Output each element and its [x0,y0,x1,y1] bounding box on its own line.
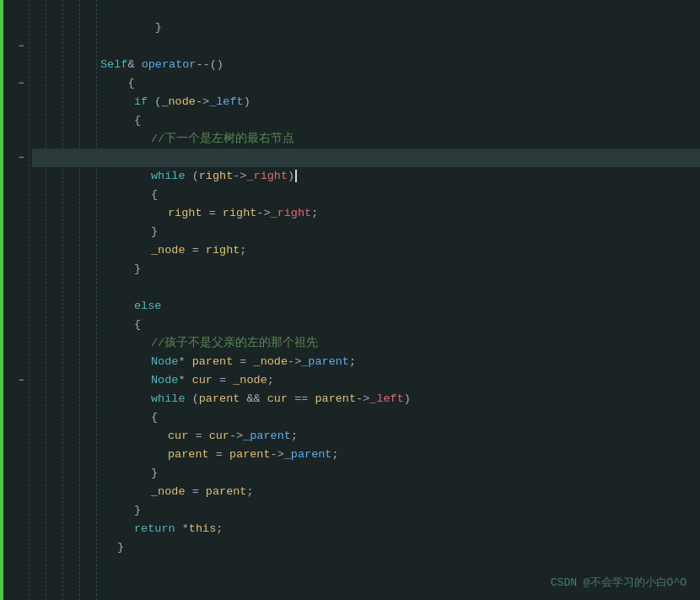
code-line [32,260,700,278]
code-line: parent = parent->_parent; [32,427,700,446]
code-line: right = right->_right; [32,186,700,204]
gutter-left [0,0,15,600]
code-line: Node* cur = _node; [32,353,700,371]
code-line: if (_node->_left) [32,74,700,93]
code-line: Node* right = _node->_left; [32,130,700,149]
code-line: return *this; [32,501,700,520]
code-line [32,19,700,37]
code-line [32,538,700,557]
code-line: } [32,520,700,538]
code-line: Self& operator--() [32,37,700,56]
fold-icon-while1[interactable]: − [19,149,24,167]
fold-icon-while2[interactable]: − [19,371,24,390]
code-line: { [32,56,700,74]
code-line: { [32,93,700,111]
code-line: _node = parent; [32,464,700,483]
fold-icon-operator[interactable]: − [19,37,24,56]
code-line: } [32,241,700,260]
code-line: Node* parent = _node->_parent; [32,334,700,353]
code-line: //下一个是左树的最右节点 [32,111,700,130]
code-line: } [32,204,700,223]
code-line: //孩子不是父亲的左的那个祖先 [32,316,700,334]
code-line: cur = cur->_parent; [32,408,700,427]
code-line: while (right->_right) [32,149,700,167]
code-line: } [32,446,700,464]
code-line: { [32,390,700,408]
code-editor: } Self& operator--() { if (_node->_left) [0,0,700,600]
watermark: CSDN @不会学习的小白O^O [551,575,687,590]
code-line: } [32,0,700,19]
fold-icon-if[interactable]: − [19,74,24,93]
code-line: while (parent && cur == parent->_left) [32,371,700,390]
code-lines: } Self& operator--() { if (_node->_left) [29,0,700,600]
code-line: else [32,278,700,297]
code-line: { [32,297,700,316]
code-line: { [32,167,700,186]
code-line: _node = right; [32,223,700,241]
fold-indicators: − − − − [19,0,32,600]
code-line: } [32,483,700,501]
